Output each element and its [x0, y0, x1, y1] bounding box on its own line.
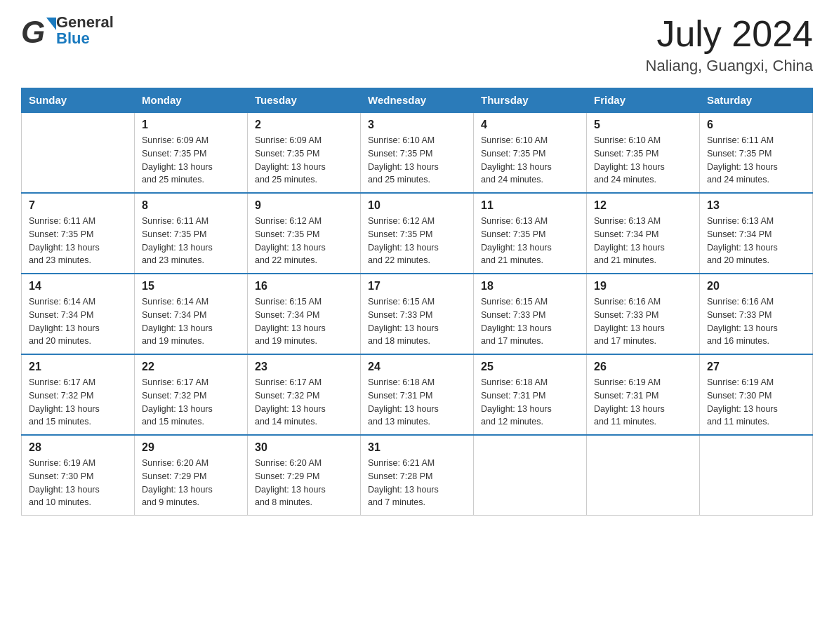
calendar-day-header: Saturday: [700, 88, 813, 113]
day-number: 13: [707, 199, 805, 212]
calendar-day-cell: 9Sunrise: 6:12 AMSunset: 7:35 PMDaylight…: [248, 193, 361, 274]
day-info: Sunrise: 6:19 AMSunset: 7:30 PMDaylight:…: [29, 457, 127, 509]
calendar-day-cell: [700, 435, 813, 516]
day-number: 23: [255, 361, 353, 373]
day-info: Sunrise: 6:16 AMSunset: 7:33 PMDaylight:…: [594, 295, 692, 348]
day-number: 31: [368, 441, 466, 454]
calendar-day-cell: 20Sunrise: 6:16 AMSunset: 7:33 PMDayligh…: [700, 274, 813, 354]
day-number: 18: [481, 280, 579, 293]
day-info: Sunrise: 6:13 AMSunset: 7:34 PMDaylight:…: [707, 215, 805, 267]
day-info: Sunrise: 6:11 AMSunset: 7:35 PMDaylight:…: [142, 215, 240, 267]
calendar-day-header: Wednesday: [361, 88, 474, 113]
calendar-subtitle: Naliang, Guangxi, China: [646, 57, 813, 75]
day-number: 24: [368, 361, 466, 373]
calendar-day-cell: 27Sunrise: 6:19 AMSunset: 7:30 PMDayligh…: [700, 354, 813, 435]
day-number: 8: [142, 199, 240, 212]
calendar-day-cell: 13Sunrise: 6:13 AMSunset: 7:34 PMDayligh…: [700, 193, 813, 274]
day-info: Sunrise: 6:16 AMSunset: 7:33 PMDaylight:…: [707, 295, 805, 348]
day-info: Sunrise: 6:15 AMSunset: 7:34 PMDaylight:…: [255, 295, 353, 348]
day-info: Sunrise: 6:12 AMSunset: 7:35 PMDaylight:…: [255, 215, 353, 267]
day-number: 29: [142, 441, 240, 454]
day-number: 25: [481, 361, 579, 373]
calendar-day-header: Tuesday: [248, 88, 361, 113]
day-info: Sunrise: 6:19 AMSunset: 7:30 PMDaylight:…: [707, 376, 805, 429]
day-info: Sunrise: 6:19 AMSunset: 7:31 PMDaylight:…: [594, 376, 692, 429]
day-info: Sunrise: 6:17 AMSunset: 7:32 PMDaylight:…: [29, 376, 127, 429]
calendar-day-cell: 11Sunrise: 6:13 AMSunset: 7:35 PMDayligh…: [474, 193, 587, 274]
day-number: 14: [29, 280, 127, 293]
calendar-day-cell: 16Sunrise: 6:15 AMSunset: 7:34 PMDayligh…: [248, 274, 361, 354]
day-info: Sunrise: 6:17 AMSunset: 7:32 PMDaylight:…: [142, 376, 240, 429]
day-info: Sunrise: 6:14 AMSunset: 7:34 PMDaylight:…: [142, 295, 240, 348]
calendar-day-cell: 8Sunrise: 6:11 AMSunset: 7:35 PMDaylight…: [135, 193, 248, 274]
calendar-week-row: 1Sunrise: 6:09 AMSunset: 7:35 PMDaylight…: [22, 112, 813, 193]
calendar-header-row: SundayMondayTuesdayWednesdayThursdayFrid…: [22, 88, 813, 113]
day-number: 15: [142, 280, 240, 293]
calendar-week-row: 7Sunrise: 6:11 AMSunset: 7:35 PMDaylight…: [22, 193, 813, 274]
day-info: Sunrise: 6:20 AMSunset: 7:29 PMDaylight:…: [255, 457, 353, 509]
logo-general-text: General: [56, 14, 114, 30]
calendar-day-header: Sunday: [22, 88, 135, 113]
calendar-day-cell: 3Sunrise: 6:10 AMSunset: 7:35 PMDaylight…: [361, 112, 474, 193]
logo-icon: G: [21, 15, 53, 46]
day-info: Sunrise: 6:13 AMSunset: 7:35 PMDaylight:…: [481, 215, 579, 267]
day-number: 28: [29, 441, 127, 454]
calendar-day-cell: 31Sunrise: 6:21 AMSunset: 7:28 PMDayligh…: [361, 435, 474, 516]
calendar-day-cell: 1Sunrise: 6:09 AMSunset: 7:35 PMDaylight…: [135, 112, 248, 193]
calendar-day-cell: 5Sunrise: 6:10 AMSunset: 7:35 PMDaylight…: [587, 112, 700, 193]
logo: G General Blue: [21, 14, 114, 46]
day-info: Sunrise: 6:09 AMSunset: 7:35 PMDaylight:…: [142, 134, 240, 187]
calendar-day-cell: 19Sunrise: 6:16 AMSunset: 7:33 PMDayligh…: [587, 274, 700, 354]
day-info: Sunrise: 6:09 AMSunset: 7:35 PMDaylight:…: [255, 134, 353, 187]
calendar-day-cell: 15Sunrise: 6:14 AMSunset: 7:34 PMDayligh…: [135, 274, 248, 354]
day-info: Sunrise: 6:20 AMSunset: 7:29 PMDaylight:…: [142, 457, 240, 509]
day-number: 11: [481, 199, 579, 212]
day-number: 1: [142, 119, 240, 131]
calendar-day-cell: [474, 435, 587, 516]
day-info: Sunrise: 6:18 AMSunset: 7:31 PMDaylight:…: [368, 376, 466, 429]
calendar-day-cell: 14Sunrise: 6:14 AMSunset: 7:34 PMDayligh…: [22, 274, 135, 354]
calendar-day-cell: [587, 435, 700, 516]
calendar-day-cell: 21Sunrise: 6:17 AMSunset: 7:32 PMDayligh…: [22, 354, 135, 435]
calendar-week-row: 21Sunrise: 6:17 AMSunset: 7:32 PMDayligh…: [22, 354, 813, 435]
day-number: 12: [594, 199, 692, 212]
calendar-day-cell: 23Sunrise: 6:17 AMSunset: 7:32 PMDayligh…: [248, 354, 361, 435]
calendar-day-cell: 2Sunrise: 6:09 AMSunset: 7:35 PMDaylight…: [248, 112, 361, 193]
day-number: 6: [707, 119, 805, 131]
calendar-title: July 2024: [646, 14, 813, 54]
calendar-day-cell: 10Sunrise: 6:12 AMSunset: 7:35 PMDayligh…: [361, 193, 474, 274]
calendar-week-row: 14Sunrise: 6:14 AMSunset: 7:34 PMDayligh…: [22, 274, 813, 354]
calendar-day-cell: 4Sunrise: 6:10 AMSunset: 7:35 PMDaylight…: [474, 112, 587, 193]
calendar-day-header: Monday: [135, 88, 248, 113]
day-info: Sunrise: 6:14 AMSunset: 7:34 PMDaylight:…: [29, 295, 127, 348]
day-number: 19: [594, 280, 692, 293]
day-number: 26: [594, 361, 692, 373]
day-info: Sunrise: 6:11 AMSunset: 7:35 PMDaylight:…: [707, 134, 805, 187]
calendar-day-cell: 22Sunrise: 6:17 AMSunset: 7:32 PMDayligh…: [135, 354, 248, 435]
calendar-day-cell: 12Sunrise: 6:13 AMSunset: 7:34 PMDayligh…: [587, 193, 700, 274]
calendar-day-header: Thursday: [474, 88, 587, 113]
calendar-day-header: Friday: [587, 88, 700, 113]
day-info: Sunrise: 6:21 AMSunset: 7:28 PMDaylight:…: [368, 457, 466, 509]
day-number: 17: [368, 280, 466, 293]
calendar-day-cell: 7Sunrise: 6:11 AMSunset: 7:35 PMDaylight…: [22, 193, 135, 274]
calendar-day-cell: 24Sunrise: 6:18 AMSunset: 7:31 PMDayligh…: [361, 354, 474, 435]
day-number: 3: [368, 119, 466, 131]
day-number: 4: [481, 119, 579, 131]
day-number: 21: [29, 361, 127, 373]
day-info: Sunrise: 6:13 AMSunset: 7:34 PMDaylight:…: [594, 215, 692, 267]
day-number: 22: [142, 361, 240, 373]
day-number: 16: [255, 280, 353, 293]
calendar-week-row: 28Sunrise: 6:19 AMSunset: 7:30 PMDayligh…: [22, 435, 813, 516]
day-info: Sunrise: 6:15 AMSunset: 7:33 PMDaylight:…: [368, 295, 466, 348]
title-block: July 2024 Naliang, Guangxi, China: [646, 14, 813, 75]
logo-blue-text: Blue: [56, 30, 114, 46]
day-info: Sunrise: 6:18 AMSunset: 7:31 PMDaylight:…: [481, 376, 579, 429]
day-number: 30: [255, 441, 353, 454]
calendar-day-cell: 29Sunrise: 6:20 AMSunset: 7:29 PMDayligh…: [135, 435, 248, 516]
day-info: Sunrise: 6:10 AMSunset: 7:35 PMDaylight:…: [594, 134, 692, 187]
calendar-table: SundayMondayTuesdayWednesdayThursdayFrid…: [21, 88, 813, 516]
day-number: 9: [255, 199, 353, 212]
calendar-day-cell: 30Sunrise: 6:20 AMSunset: 7:29 PMDayligh…: [248, 435, 361, 516]
page-header: G General Blue July 2024 Naliang, Guangx…: [21, 14, 813, 75]
